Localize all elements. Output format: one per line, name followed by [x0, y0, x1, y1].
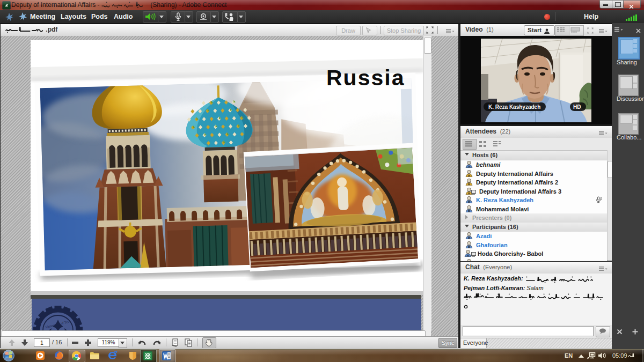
- svg-text:Russia: Russia: [326, 65, 405, 90]
- svg-text:K. Reza Kashyzadeh: K. Reza Kashyzadeh: [488, 104, 540, 110]
- svg-text:HD: HD: [573, 104, 581, 110]
